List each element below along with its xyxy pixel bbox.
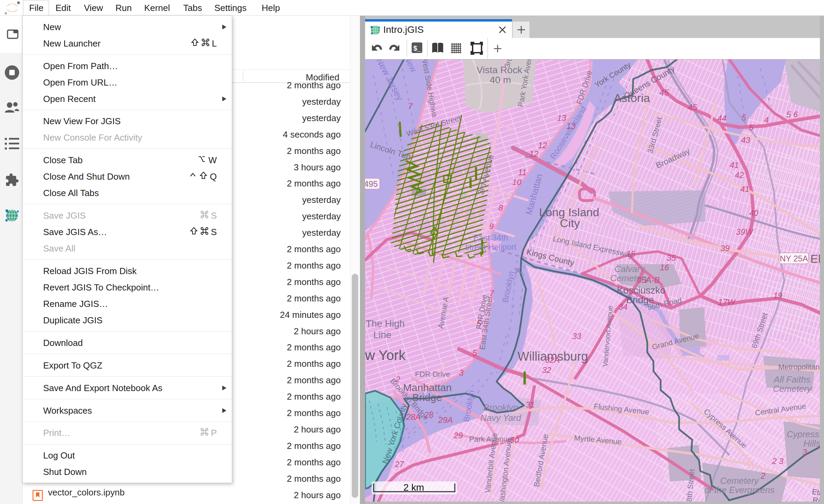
svg-text:30: 30 — [510, 435, 519, 444]
svg-text:12: 12 — [529, 149, 539, 158]
svg-text:3: 3 — [802, 448, 807, 457]
svg-text:15: 15 — [626, 249, 636, 258]
svg-text:4: 4 — [764, 115, 769, 125]
svg-text:2: 2 — [760, 471, 765, 480]
svg-text:5: 5 — [472, 348, 477, 358]
svg-text:17W: 17W — [718, 297, 736, 307]
svg-text:13: 13 — [557, 113, 566, 122]
svg-text:2: 2 — [395, 375, 400, 384]
svg-text:2 km: 2 km — [403, 482, 424, 493]
svg-text:5: 5 — [477, 319, 482, 328]
svg-text:45: 45 — [688, 103, 697, 112]
svg-text:Kosciuszko: Kosciuszko — [617, 285, 665, 296]
svg-text:The High: The High — [366, 318, 405, 329]
svg-text:7: 7 — [489, 289, 495, 298]
svg-text:41: 41 — [740, 184, 750, 194]
svg-text:FDR Drive: FDR Drive — [415, 370, 450, 378]
svg-text:34: 34 — [619, 302, 628, 311]
svg-text:City: City — [560, 217, 580, 230]
svg-text:27: 27 — [395, 460, 404, 469]
svg-text:Line: Line — [373, 329, 391, 340]
svg-text:9: 9 — [489, 222, 494, 231]
svg-text:43: 43 — [741, 135, 750, 145]
svg-text:w York: w York — [365, 348, 406, 363]
svg-text:35: 35 — [667, 253, 676, 262]
svg-text:Ridgew: Ridgew — [812, 495, 820, 502]
svg-text:3: 3 — [459, 368, 464, 377]
svg-text:44: 44 — [717, 114, 727, 123]
svg-text:5 6: 5 6 — [786, 110, 798, 119]
svg-text:42: 42 — [735, 170, 744, 180]
svg-text:Cemetery: Cemetery — [720, 476, 760, 486]
svg-text:29A: 29A — [438, 415, 453, 425]
svg-text:East 34th: East 34th — [473, 233, 508, 242]
svg-text:Elmhurst: Elmhurst — [810, 252, 820, 265]
svg-text:39W: 39W — [736, 227, 754, 236]
svg-text:28: 28 — [424, 410, 434, 419]
svg-text:Calvary: Calvary — [614, 264, 645, 274]
svg-text:32A: 32A — [545, 355, 560, 364]
svg-text:35A-B: 35A-B — [637, 275, 660, 285]
svg-text:5: 5 — [741, 113, 746, 122]
svg-text:7: 7 — [408, 102, 413, 111]
svg-text:Navy Yard: Navy Yard — [480, 413, 522, 423]
svg-text:street Heliport: street Heliport — [465, 242, 516, 251]
svg-text:39: 39 — [721, 244, 730, 253]
svg-text:40 m: 40 m — [490, 75, 511, 85]
svg-text:16: 16 — [660, 263, 669, 272]
svg-text:29: 29 — [453, 431, 463, 440]
svg-text:41: 41 — [730, 160, 739, 170]
svg-text:5: 5 — [749, 123, 753, 132]
svg-text:All Faiths: All Faiths — [773, 374, 811, 385]
svg-text:Hills Cemet: Hills Cemet — [803, 438, 820, 449]
svg-text:2 3: 2 3 — [772, 456, 784, 466]
svg-text:Vista Rock: Vista Rock — [476, 65, 522, 75]
svg-text:45: 45 — [660, 88, 669, 97]
svg-text:NY 25A: NY 25A — [780, 254, 808, 263]
svg-text:$_: $_ — [413, 44, 421, 52]
svg-text:33: 33 — [572, 332, 582, 341]
svg-text:40: 40 — [749, 208, 759, 218]
svg-text:495: 495 — [365, 179, 378, 189]
svg-text:28A: 28A — [406, 412, 421, 422]
svg-text:31: 31 — [526, 400, 535, 409]
svg-text:19: 19 — [773, 291, 783, 300]
svg-text:32: 32 — [542, 365, 551, 375]
svg-text:10: 10 — [512, 178, 522, 187]
svg-text:12: 12 — [538, 141, 547, 150]
svg-text:of the Evergreens: of the Evergreens — [704, 485, 774, 495]
svg-text:Cypress: Cypress — [787, 429, 819, 439]
svg-text:Cemetery: Cemetery — [773, 384, 812, 394]
svg-text:Metropolitan Av: Metropolitan Av — [778, 363, 820, 371]
svg-text:Brooklyn: Brooklyn — [483, 402, 518, 413]
svg-text:8: 8 — [498, 203, 503, 212]
svg-text:13: 13 — [566, 121, 576, 131]
svg-text:11: 11 — [518, 168, 527, 177]
